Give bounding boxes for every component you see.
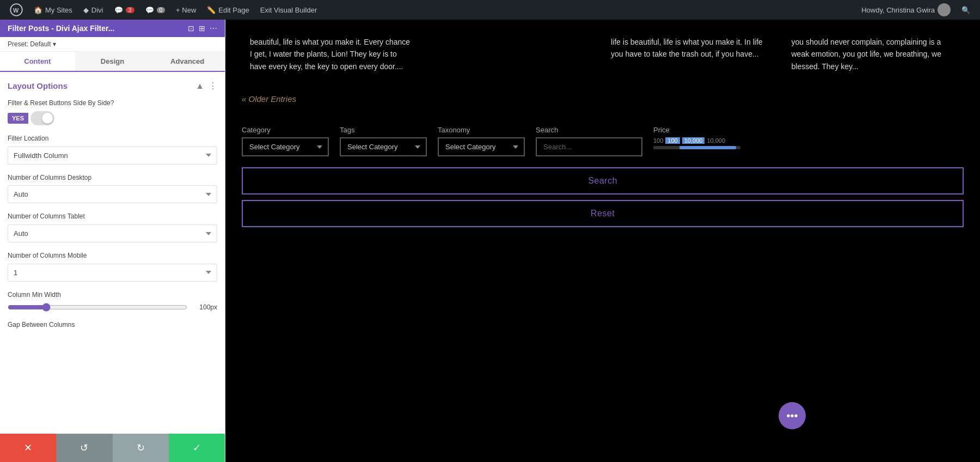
filter-reset-field: Filter & Reset Buttons Side By Side? YES [8, 99, 217, 125]
panel-title: Filter Posts - Divi Ajax Filter... [8, 24, 114, 33]
column-min-width-slider[interactable] [8, 303, 187, 312]
columns-desktop-select[interactable]: Auto 1234 [8, 185, 217, 203]
tab-advanced[interactable]: Advanced [150, 52, 225, 71]
cancel-icon: ✕ [24, 442, 32, 454]
columns-mobile-select[interactable]: 123 [8, 264, 217, 282]
section-header: Layout Options ▲ ⋮ [8, 81, 217, 91]
tags-label: Tags [340, 126, 427, 134]
filter-reset-label: Filter & Reset Buttons Side By Side? [8, 99, 217, 108]
price-min: 100 [653, 137, 663, 144]
admin-bar-right: Howdy, Christina Gwira 🔍 [857, 0, 975, 20]
divi-button[interactable]: ◆ Divi [79, 0, 108, 20]
undo-icon: ↺ [80, 442, 88, 454]
pencil-icon: ✏️ [207, 6, 216, 14]
post-card-2 [422, 31, 603, 78]
tags-select[interactable]: Select Category [340, 137, 427, 156]
comment-icon: 💬 [145, 6, 154, 14]
filter-location-field: Filter Location Fullwidth Column Left Co… [8, 134, 217, 165]
comment-count-badge: 0 [157, 7, 166, 13]
more-icon[interactable]: ⋯ [210, 24, 217, 33]
tags-col: Tags Select Category [340, 126, 427, 156]
price-labels: 100 100 10,000 10,000 [653, 137, 740, 144]
main-layout: Filter Posts - Divi Ajax Filter... ⊡ ⊞ ⋯… [0, 20, 980, 462]
panel-header-icons: ⊡ ⊞ ⋯ [188, 24, 217, 33]
price-range-wrap: 100 100 10,000 10,000 [653, 137, 740, 149]
older-entries-link[interactable]: « Older Entries [242, 94, 296, 104]
collapse-icon[interactable]: ▲ [195, 81, 204, 91]
action-bar: ✕ ↺ ↻ ✓ [0, 434, 225, 462]
svg-text:W: W [13, 7, 19, 14]
comments-badge: 3 [126, 7, 134, 13]
columns-desktop-field: Number of Columns Desktop Auto 1234 [8, 173, 217, 204]
category-select[interactable]: Select Category [242, 137, 329, 156]
search-button[interactable]: Search [242, 167, 964, 194]
right-content: beautiful, life is what you make it. Eve… [225, 20, 980, 462]
gap-between-columns-label: Gap Between Columns [8, 320, 217, 330]
panel-tabs: Content Design Advanced [0, 52, 225, 72]
filter-location-label: Filter Location [8, 134, 217, 143]
section-icons: ▲ ⋮ [195, 81, 217, 91]
price-label: Price [653, 126, 740, 134]
save-icon: ✓ [193, 442, 201, 454]
new-button[interactable]: + New [171, 0, 200, 20]
undo-button[interactable]: ↺ [56, 434, 112, 462]
search-admin-button[interactable]: 🔍 [957, 0, 975, 20]
redo-icon: ↻ [137, 442, 145, 454]
edit-page-button[interactable]: ✏️ Edit Page [203, 0, 253, 20]
filter-location-select[interactable]: Fullwidth Column Left Column Right Colum… [8, 147, 217, 165]
filter-section: Category Select Category Tags Select Cat… [225, 115, 980, 238]
price-low-val: 100 [665, 137, 679, 144]
column-min-width-field: Column Min Width 100px [8, 290, 217, 312]
bubble-icon: 💬 [114, 6, 123, 14]
my-sites-button[interactable]: 🏠 My Sites [29, 0, 77, 20]
columns-tablet-field: Number of Columns Tablet Auto 1234 [8, 212, 217, 242]
gap-between-columns-field: Gap Between Columns [8, 320, 217, 330]
redo-button[interactable]: ↻ [113, 434, 169, 462]
section-title: Layout Options [8, 81, 68, 90]
older-entries-section: « Older Entries [225, 89, 980, 115]
wp-logo-button[interactable]: W [5, 0, 27, 20]
left-panel: Filter Posts - Divi Ajax Filter... ⊡ ⊞ ⋯… [0, 20, 225, 462]
post-text-3: life is beautiful, life is what you make… [611, 36, 775, 60]
price-col: Price 100 100 10,000 10,000 [653, 126, 740, 149]
columns-mobile-label: Number of Columns Mobile [8, 251, 217, 260]
taxonomy-select[interactable]: Select Category [438, 137, 525, 156]
columns-tablet-label: Number of Columns Tablet [8, 212, 217, 221]
price-range-track [653, 146, 740, 149]
toggle-wrap: YES [8, 111, 217, 125]
column-min-width-value: 100px [193, 303, 217, 311]
post-card-1: beautiful, life is what you make it. Eve… [242, 31, 422, 78]
tab-content[interactable]: Content [0, 52, 75, 72]
search-col: Search [536, 126, 642, 156]
window-icon[interactable]: ⊡ [188, 24, 194, 33]
toggle-yes-label: YES [8, 113, 28, 124]
preset-bar[interactable]: Preset: Default ▾ [0, 37, 225, 52]
price-high-val: 10,000 [682, 137, 705, 144]
columns-mobile-field: Number of Columns Mobile 123 [8, 251, 217, 282]
taxonomy-label: Taxonomy [438, 126, 525, 134]
floating-action-button[interactable]: ••• [779, 402, 806, 429]
options-icon[interactable]: ⋮ [209, 81, 217, 91]
grid-icon[interactable]: ⊞ [199, 24, 205, 33]
post-card-3: life is beautiful, life is what you make… [603, 31, 783, 78]
exit-visual-builder-button[interactable]: Exit Visual Builder [256, 0, 322, 20]
posts-grid: beautiful, life is what you make it. Eve… [225, 20, 980, 89]
home-icon: 🏠 [34, 6, 42, 14]
filter-reset-toggle[interactable] [30, 111, 54, 125]
price-max: 10,000 [707, 137, 725, 144]
price-range-fill [679, 146, 736, 149]
comment-count-button[interactable]: 💬 0 [141, 0, 170, 20]
filter-buttons: Search Reset [242, 167, 964, 227]
search-icon: 🔍 [961, 6, 970, 14]
tab-design[interactable]: Design [75, 52, 150, 71]
search-label: Search [536, 126, 642, 134]
columns-tablet-select[interactable]: Auto 1234 [8, 224, 217, 242]
howdy-button[interactable]: Howdy, Christina Gwira [857, 0, 955, 20]
save-button[interactable]: ✓ [169, 434, 225, 462]
comments-button[interactable]: 💬 3 [110, 0, 139, 20]
post-text-1: beautiful, life is what you make it. Eve… [250, 36, 414, 72]
range-wrap: 100px [8, 303, 217, 312]
reset-button[interactable]: Reset [242, 200, 964, 227]
cancel-button[interactable]: ✕ [0, 434, 56, 462]
search-input[interactable] [536, 137, 642, 156]
